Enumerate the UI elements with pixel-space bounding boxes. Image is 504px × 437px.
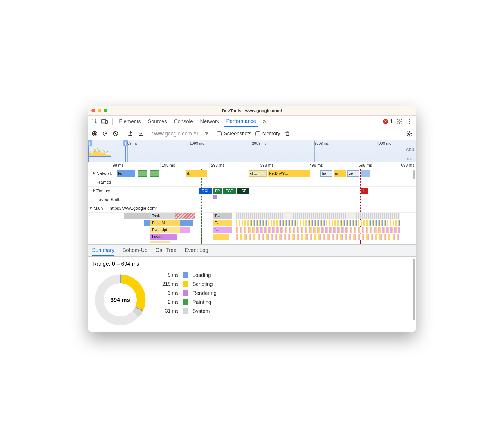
tab-call-tree[interactable]: Call Tree <box>156 245 177 256</box>
tab-performance[interactable]: Performance <box>224 116 258 127</box>
track-main[interactable]: Main — https://www.google.com/ Task T… P… <box>88 204 416 244</box>
legend-value: 3 ms <box>162 290 179 296</box>
svg-marker-9 <box>88 148 111 157</box>
overview-tick: 1998 ms <box>190 141 204 146</box>
collapse-icon[interactable] <box>89 207 92 209</box>
upload-icon[interactable] <box>127 130 134 137</box>
clear-icon[interactable] <box>112 130 119 137</box>
zoom-window-button[interactable] <box>104 109 107 112</box>
timing-lcp[interactable]: LCP <box>237 188 249 194</box>
timing-dcl[interactable]: DCL <box>199 188 212 194</box>
reload-record-icon[interactable] <box>102 130 108 137</box>
window-title: DevTools - www.google.com/ <box>88 108 416 113</box>
toolbar-separator-3 <box>213 130 213 137</box>
track-layout-shifts[interactable]: Layout Shifts <box>88 195 416 204</box>
flame-block[interactable] <box>213 234 229 240</box>
svg-point-8 <box>408 133 410 135</box>
devtools-window: DevTools - www.google.com/ Elements Sour… <box>88 106 416 332</box>
screenshots-checkbox[interactable]: Screenshots <box>217 131 251 137</box>
network-block[interactable]: ge <box>347 170 359 177</box>
legend-value: 31 ms <box>162 308 179 314</box>
more-tabs-icon[interactable]: » <box>261 118 268 125</box>
flame-stripes[interactable] <box>236 220 400 226</box>
track-label: Layout Shifts <box>96 197 122 202</box>
overview-tick: 2998 ms <box>252 141 267 146</box>
network-block[interactable]: Pe,DhPY… <box>268 170 310 177</box>
flame-ruler[interactable]: 98 ms 198 ms 298 ms 398 ms 498 ms 598 ms… <box>88 162 416 169</box>
flame-eval[interactable]: Eval…ipt <box>150 227 180 233</box>
tab-summary[interactable]: Summary <box>92 245 114 256</box>
legend-value: 2 ms <box>162 299 179 305</box>
flame-paren[interactable]: (… <box>213 227 232 233</box>
svg-point-5 <box>93 132 96 135</box>
flame-parml[interactable]: Par…ML <box>150 220 180 226</box>
flame-layout[interactable]: Layout <box>150 234 177 240</box>
layout-shift-block[interactable] <box>213 195 217 199</box>
cpu-label: CPU <box>406 148 414 152</box>
network-block[interactable]: m= <box>334 170 346 177</box>
flame-long-task[interactable] <box>175 213 195 219</box>
flame-stripes[interactable] <box>236 227 400 233</box>
timeline-overview[interactable]: 98 ms 1998 ms 2998 ms 3998 ms 4998 ms CP… <box>88 140 416 162</box>
tab-bottom-up[interactable]: Bottom-Up <box>123 245 147 256</box>
kebab-menu-icon[interactable]: ⋮ <box>406 118 413 125</box>
tab-sources[interactable]: Sources <box>146 116 169 127</box>
track-label: Timings <box>96 188 111 193</box>
flame-stripes[interactable] <box>236 213 400 219</box>
network-block[interactable]: d… <box>186 170 207 177</box>
settings-icon[interactable] <box>396 118 403 125</box>
recording-selector[interactable]: www.google.com #1 <box>152 131 208 137</box>
network-block[interactable]: cli… <box>249 170 267 177</box>
tabbar-separator <box>112 118 113 125</box>
tab-network[interactable]: Network <box>198 116 221 127</box>
ruler-tick: 298 ms <box>211 163 224 168</box>
overview-tick: 98 ms <box>127 141 138 146</box>
track-network[interactable]: Network le.… d… cli… Pe,DhPY… hp m= ge <box>88 169 416 178</box>
download-icon[interactable] <box>138 130 144 137</box>
inspect-element-icon[interactable] <box>91 118 98 125</box>
network-block[interactable] <box>138 170 147 177</box>
scrollbar-thumb[interactable] <box>413 259 415 320</box>
track-frames[interactable]: Frames <box>88 178 416 187</box>
svg-point-3 <box>399 121 400 122</box>
close-window-button[interactable] <box>91 109 95 112</box>
flame-block[interactable] <box>180 227 190 233</box>
tab-elements[interactable]: Elements <box>117 116 143 127</box>
overview-handle-left[interactable] <box>88 140 92 146</box>
trash-icon[interactable] <box>284 130 291 137</box>
flame-block[interactable] <box>144 220 150 226</box>
network-block[interactable]: hp <box>320 170 332 177</box>
device-toolbar-icon[interactable] <box>101 118 108 125</box>
timing-fp[interactable]: FP <box>213 188 222 194</box>
legend-swatch <box>183 281 188 287</box>
flame-task[interactable]: T… <box>213 213 232 219</box>
memory-checkbox[interactable]: Memory <box>255 131 280 137</box>
timing-l[interactable]: L <box>361 188 368 194</box>
track-timings[interactable]: Timings DCL FP FCP LCP L <box>88 187 416 195</box>
summary-range: Range: 0 – 694 ms <box>93 261 411 267</box>
error-indicator[interactable]: ✕ 1 <box>383 119 393 125</box>
network-block[interactable] <box>150 170 159 177</box>
flame-block[interactable] <box>150 241 170 243</box>
network-block[interactable]: le.… <box>117 170 135 177</box>
timing-fcp[interactable]: FCP <box>223 188 236 194</box>
flame-e[interactable]: E… <box>213 220 232 226</box>
scrollbar-thumb[interactable] <box>413 170 415 179</box>
ruler-tick: 98 ms <box>113 163 124 168</box>
overview-handle-right[interactable] <box>123 140 127 146</box>
ruler-tick: 598 ms <box>359 163 372 168</box>
legend-value: 215 ms <box>162 281 179 287</box>
tab-console[interactable]: Console <box>172 116 195 127</box>
flame-idle[interactable] <box>124 213 150 219</box>
flame-block[interactable] <box>180 220 193 226</box>
flame-stripes[interactable] <box>236 234 400 240</box>
record-icon[interactable] <box>91 130 98 137</box>
legend-swatch <box>183 308 188 314</box>
capture-settings-icon[interactable] <box>406 130 413 137</box>
minimize-window-button[interactable] <box>98 109 101 112</box>
legend-swatch <box>183 299 188 305</box>
tab-event-log[interactable]: Event Log <box>185 245 208 256</box>
screenshots-label: Screenshots <box>224 131 251 137</box>
network-block[interactable] <box>361 170 370 177</box>
flame-chart[interactable]: Task T… Par…ML E… Eval…ipt (… <box>88 213 416 244</box>
